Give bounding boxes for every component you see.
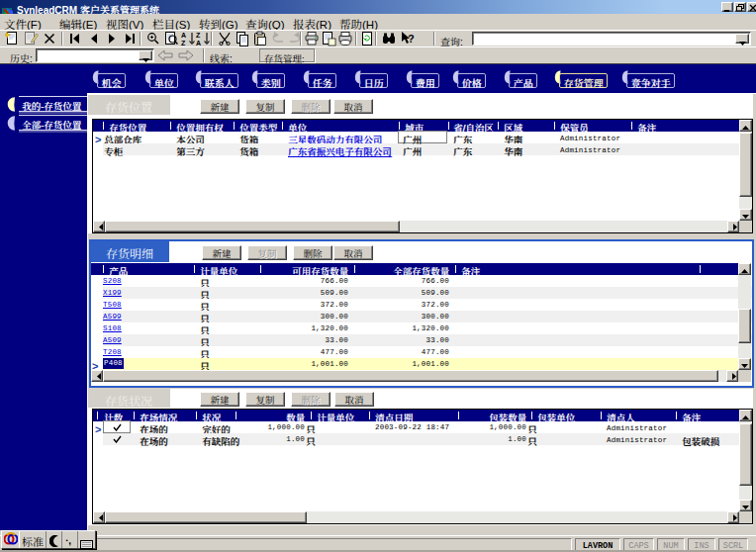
svg-text:Z: Z xyxy=(196,32,201,39)
svg-text:?: ? xyxy=(408,33,415,45)
svg-text:A: A xyxy=(181,32,186,39)
svg-text:Z: Z xyxy=(181,40,186,46)
svg-text:A: A xyxy=(196,40,201,46)
